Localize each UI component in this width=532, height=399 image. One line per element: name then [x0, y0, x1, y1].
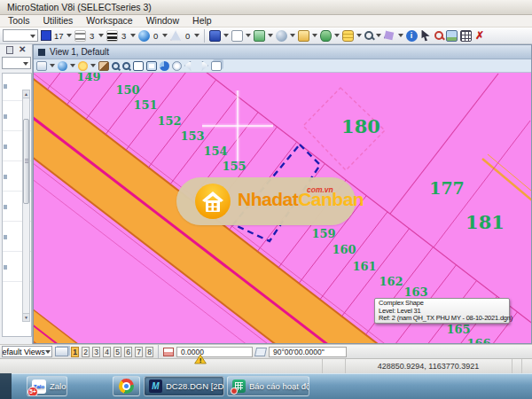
list-item[interactable] [4, 265, 7, 270]
zoom-icon[interactable] [364, 31, 373, 40]
chevron-down-icon[interactable] [90, 64, 96, 67]
rotate-view-icon[interactable] [160, 61, 169, 71]
chevron-down-icon[interactable] [66, 34, 72, 37]
list-item[interactable] [4, 84, 7, 89]
taskbar-item-report[interactable]: Báo cáo hoạt độn... [227, 376, 309, 396]
taskbar-item-chrome[interactable] [113, 376, 140, 396]
models-icon[interactable] [209, 30, 221, 42]
fence-icon[interactable] [384, 30, 395, 42]
global-display-icon[interactable] [138, 30, 150, 42]
active-color-chip[interactable] [41, 30, 51, 41]
view-toggle-5[interactable]: 5 [113, 347, 121, 357]
chevron-down-icon[interactable] [98, 34, 104, 37]
scroll-down-icon[interactable]: ▼ [23, 313, 29, 321]
chevron-down-icon[interactable] [356, 34, 362, 37]
chevron-down-icon[interactable] [130, 34, 136, 37]
view-toggle-2[interactable]: 2 [82, 347, 90, 357]
chevron-down-icon[interactable] [246, 34, 251, 37]
chevron-down-icon[interactable] [194, 34, 200, 37]
chevron-down-icon[interactable] [398, 34, 403, 37]
chevron-down-icon[interactable] [312, 34, 317, 37]
view-toggle-7[interactable]: 7 [135, 347, 143, 357]
parcel-label: 151 [133, 98, 157, 112]
view-toggle-3[interactable]: 3 [92, 347, 100, 357]
list-item[interactable] [4, 235, 7, 239]
zoom-out-icon[interactable] [122, 62, 130, 70]
menu-workspace[interactable]: Workspace [86, 15, 132, 27]
chevron-down-icon[interactable] [290, 34, 295, 37]
list-item[interactable] [4, 145, 7, 149]
grid-icon[interactable] [460, 30, 472, 42]
title-bar[interactable]: MicroStation V8i (SELECTseries 3) [0, 0, 532, 15]
view-previous-icon[interactable] [184, 61, 195, 71]
view-attributes-icon[interactable] [36, 61, 47, 71]
menu-tools[interactable]: Tools [8, 15, 30, 27]
pan-view-icon[interactable] [172, 61, 182, 71]
pin-panel-icon[interactable] [6, 46, 13, 54]
reference-icon[interactable] [276, 30, 287, 42]
parcel-label: 165 [446, 323, 470, 336]
view-toggle-4[interactable]: 4 [103, 347, 111, 357]
chevron-down-icon[interactable] [268, 34, 273, 37]
new-file-icon[interactable] [231, 30, 243, 42]
close-panel-icon[interactable]: ✕ [19, 44, 26, 54]
level-manager-icon[interactable] [320, 30, 332, 42]
panel-scrollbar[interactable]: ▲ ▼ [22, 90, 30, 322]
copy-view-icon[interactable] [211, 61, 222, 71]
view-toggle-8[interactable]: 8 [145, 347, 153, 357]
scrollbar-thumb[interactable] [23, 119, 29, 204]
save-icon[interactable] [254, 30, 265, 42]
list-item[interactable] [4, 114, 7, 119]
image-icon[interactable] [446, 30, 458, 42]
list-item[interactable] [4, 175, 7, 179]
drawing-canvas[interactable]: 149 150 151 152 153 154 155 159 160 161 … [34, 73, 531, 343]
select-element-icon[interactable] [420, 30, 432, 42]
view-toggle-1[interactable]: 1 [71, 347, 79, 357]
chevron-down-icon[interactable] [70, 64, 75, 67]
fit-view-icon[interactable] [146, 61, 157, 71]
manage-view-groups-icon[interactable] [55, 347, 68, 356]
window-area-icon[interactable] [133, 61, 144, 71]
line-weight-icon[interactable] [106, 30, 118, 42]
menu-help[interactable]: Help [192, 15, 212, 27]
parcel-label: 153 [180, 129, 204, 143]
level-display-icon[interactable] [342, 30, 354, 42]
view-next-icon[interactable] [198, 61, 208, 71]
zoom-in-icon[interactable] [112, 62, 120, 70]
panel-filter-combo[interactable] [2, 57, 31, 69]
view-menu-icon[interactable] [38, 49, 45, 56]
view-group-combo[interactable]: Default Views [2, 346, 52, 357]
search-icon[interactable] [434, 31, 443, 40]
delete-element-icon[interactable]: ✗ [474, 30, 486, 42]
chevron-down-icon[interactable] [162, 34, 168, 37]
lock-status-cell[interactable] [322, 359, 345, 374]
transparency-icon[interactable] [170, 30, 182, 42]
apply-style-icon[interactable] [98, 61, 109, 71]
panel-item-list[interactable]: ▲ ▼ [2, 73, 32, 337]
view-toggle-6[interactable]: 6 [124, 347, 132, 357]
chevron-down-icon[interactable] [223, 34, 229, 37]
menu-window[interactable]: Window [146, 15, 179, 27]
warning-icon[interactable]: ! [194, 354, 207, 366]
parcel-label: 162 [379, 275, 403, 288]
distance-field[interactable]: 0.0000 [176, 347, 253, 357]
taskbar-item-zalo[interactable]: Zalo5+ Zalo [27, 376, 67, 396]
list-item[interactable] [4, 205, 7, 209]
status-cell [512, 359, 521, 374]
view-display-mode-icon[interactable] [58, 61, 67, 71]
view-title-bar[interactable]: View 1, Default [34, 45, 531, 59]
chevron-down-icon[interactable] [50, 64, 55, 67]
raster-manager-icon[interactable] [298, 30, 309, 42]
menu-utilities[interactable]: Utilities [43, 15, 74, 27]
element-info-icon[interactable]: i [406, 30, 418, 42]
adjust-brightness-icon[interactable] [78, 61, 88, 71]
distance-lock-icon[interactable] [163, 348, 174, 356]
angle-lock-icon[interactable] [254, 348, 267, 356]
line-style-icon[interactable] [74, 30, 86, 42]
chevron-down-icon[interactable] [376, 34, 381, 37]
scroll-up-icon[interactable]: ▲ [23, 90, 29, 98]
angle-field[interactable]: 90°00'00.0000" [269, 347, 347, 357]
element-template-combo[interactable] [3, 29, 38, 42]
chevron-down-icon[interactable] [334, 34, 340, 37]
taskbar-item-microstation[interactable]: M DC28.DGN [2D - V... [144, 376, 224, 396]
